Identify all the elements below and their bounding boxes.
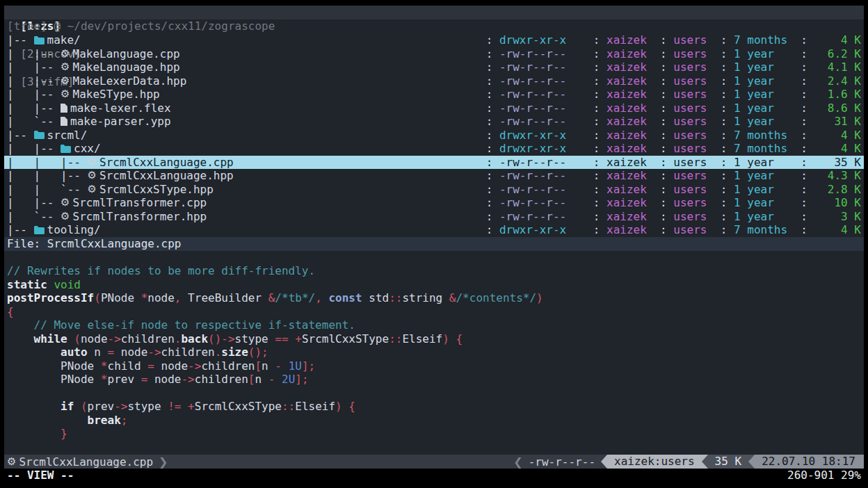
code-token: Elseif	[295, 400, 335, 413]
tree-row[interactable]: | |-- MakeSType.hpp : -rw-r--r-- : xaize…	[4, 88, 864, 101]
file-permissions: -rw-r--r--	[499, 115, 586, 129]
column-separator: :	[714, 74, 734, 88]
scroll-position: 260-901 29%	[787, 469, 861, 482]
file-owner: xaizek	[606, 88, 653, 101]
column-separator: :	[714, 156, 734, 170]
code-line: auto n = node->children.size();	[7, 345, 861, 359]
column-separator: :	[653, 210, 673, 224]
cpp-file-icon	[7, 455, 16, 468]
code-token: +	[188, 400, 195, 413]
column-separator: :	[586, 101, 606, 115]
tree-row[interactable]: | |-- make-lexer.flex : -rw-r--r-- : xai…	[4, 101, 864, 115]
code-token: children	[201, 359, 255, 373]
code-token: PNode	[101, 291, 141, 304]
tree-row[interactable]: | | |-- SrcmlCxxLanguage.hpp : -rw-r--r-…	[4, 169, 864, 183]
tree-row[interactable]: | |-- MakeLanguage.hpp : -rw-r--r-- : xa…	[4, 60, 864, 74]
file-group: users	[673, 74, 714, 88]
column-separator: :	[586, 60, 606, 74]
tree-row[interactable]: | |-- MakeLexerData.hpp : -rw-r--r-- : x…	[4, 74, 864, 88]
code-token: ->	[181, 373, 194, 386]
tree-row[interactable]: |-- srcml/ : drwxr-xr-x : xaizek : users…	[4, 129, 864, 143]
column-separator: :	[586, 156, 606, 170]
column-separator: :	[653, 88, 673, 101]
code-preview-pane[interactable]: // Rewrites if nodes to be more diff-fri…	[4, 251, 864, 455]
file-modified-age: 7 months	[734, 33, 794, 47]
code-token: =	[108, 345, 115, 359]
column-separator: :	[586, 33, 606, 47]
tree-row[interactable]: | `-- make-parser.ypp : -rw-r--r-- : xai…	[4, 115, 864, 129]
file-permissions: drwxr-xr-x	[499, 223, 586, 237]
file-permissions: -rw-r--r--	[499, 196, 586, 210]
file-name-cell: |-- make/	[7, 33, 479, 47]
code-token	[7, 414, 88, 427]
column-separator: :	[653, 156, 673, 170]
file-name: srcml/	[47, 129, 88, 143]
cpp-file-icon	[61, 47, 70, 61]
file-group: users	[673, 88, 714, 101]
code-token	[322, 291, 329, 304]
code-token: [	[255, 359, 262, 373]
code-token	[342, 400, 349, 413]
code-token: ,	[315, 291, 322, 304]
column-separator: :	[794, 33, 814, 47]
column-separator: :	[479, 156, 499, 170]
file-name-cell: | |-- MakeLanguage.cpp	[7, 47, 479, 61]
tree-row[interactable]: |-- tooling/ : drwxr-xr-x : xaizek : use…	[4, 223, 864, 237]
file-modified-age: 1 year	[734, 169, 794, 183]
file-name-cell: | `-- SrcmlTransformer.hpp	[7, 210, 479, 224]
file-permissions: drwxr-xr-x	[499, 142, 586, 156]
tree-row[interactable]: | | `-- SrcmlCxxSType.hpp : -rw-r--r-- :…	[4, 183, 864, 197]
column-separator: :	[714, 88, 734, 101]
document-icon	[61, 104, 67, 113]
column-separator: :	[653, 33, 673, 47]
code-token: /*tb*/	[275, 291, 315, 304]
file-owner: xaizek	[606, 60, 653, 74]
tree-branch: | |--	[7, 101, 61, 115]
code-token: ==	[275, 332, 288, 345]
tree-row[interactable]: | |-- cxx/ : drwxr-xr-x : xaizek : users…	[4, 142, 864, 156]
tree-branch: | |--	[7, 142, 61, 156]
file-name-cell: | |-- cxx/	[7, 142, 479, 156]
tree-branch: | | |--	[7, 169, 88, 183]
preview-file-title: File: SrcmlCxxLanguage.cpp	[7, 237, 181, 250]
tree-row[interactable]: | `-- SrcmlTransformer.hpp : -rw-r--r-- …	[4, 210, 864, 224]
file-modified-age: 1 year	[734, 156, 794, 170]
code-token: ::	[282, 400, 295, 413]
tree-row[interactable]: |-- make/ : drwxr-xr-x : xaizek : users …	[4, 33, 864, 47]
code-token: stype	[127, 400, 168, 413]
file-permissions: -rw-r--r--	[499, 156, 586, 170]
code-token: &	[268, 291, 275, 304]
cpp-file-icon	[61, 60, 70, 74]
code-token	[7, 345, 61, 359]
code-token: ->	[108, 332, 121, 345]
tree-branch: | |--	[7, 60, 61, 74]
code-token	[7, 332, 34, 345]
column-separator: :	[794, 142, 814, 156]
column-separator: :	[586, 223, 606, 237]
powerline-separator-icon	[702, 455, 708, 469]
file-group: users	[673, 210, 714, 224]
code-token: PNode	[7, 359, 101, 373]
column-separator: :	[714, 210, 734, 224]
code-token	[289, 332, 296, 345]
code-line: postProcessIf(PNode *node, TreeBuilder &…	[7, 291, 861, 305]
column-separator: :	[479, 196, 499, 210]
document-icon	[61, 117, 67, 126]
code-token: while	[34, 332, 67, 345]
preview-pane-header: File: SrcmlCxxLanguage.cpp	[4, 237, 864, 251]
column-separator: :	[714, 142, 734, 156]
file-permissions: -rw-r--r--	[499, 101, 586, 115]
code-token: ()->	[208, 332, 235, 345]
tree-row[interactable]: | | |-- SrcmlCxxLanguage.cpp : -rw-r--r-…	[4, 156, 864, 170]
code-token: -	[268, 373, 275, 386]
tree-row[interactable]: | |-- SrcmlTransformer.cpp : -rw-r--r-- …	[4, 196, 864, 210]
code-line	[7, 387, 861, 400]
column-separator: :	[714, 115, 734, 129]
code-token: !=	[168, 400, 181, 413]
file-name-cell: | | `-- SrcmlCxxSType.hpp	[7, 183, 479, 197]
code-token: ];	[302, 359, 315, 373]
code-token: *	[141, 291, 148, 304]
tree-row[interactable]: | |-- MakeLanguage.cpp : -rw-r--r-- : xa…	[4, 47, 864, 61]
file-modified-age: 1 year	[734, 47, 794, 61]
column-separator: :	[479, 101, 499, 115]
